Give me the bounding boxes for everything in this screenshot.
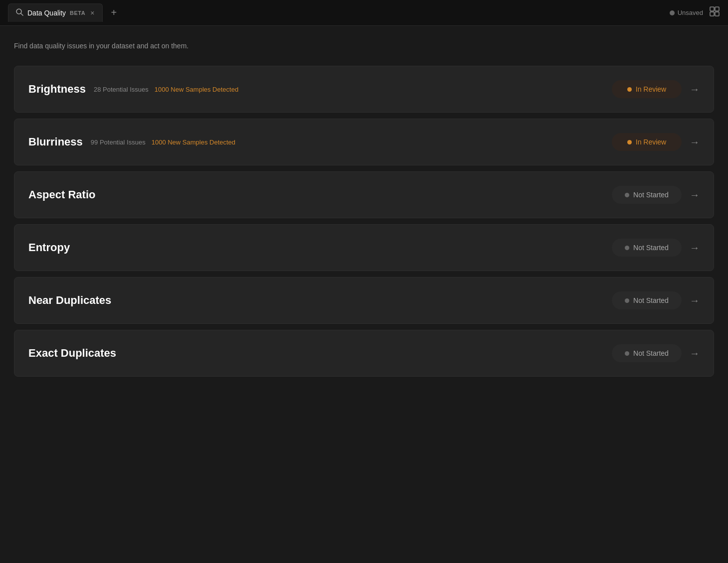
unsaved-label: Unsaved (678, 9, 703, 16)
tab-bar-left: Data Quality BETA × + (8, 3, 121, 22)
item-right-brightness: In Review → (612, 80, 700, 98)
tab-bar-right: Unsaved (670, 6, 720, 19)
status-badge-brightness: In Review (612, 80, 682, 98)
svg-rect-5 (715, 12, 719, 16)
item-left-brightness: Brightness 28 Potential Issues 1000 New … (28, 83, 612, 96)
quality-item-blurriness[interactable]: Blurriness 99 Potential Issues 1000 New … (14, 119, 714, 165)
item-left-blurriness: Blurriness 99 Potential Issues 1000 New … (28, 136, 612, 148)
status-label-near-duplicates: Not Started (633, 296, 669, 304)
item-title-brightness: Brightness (28, 83, 86, 96)
layout-toggle-icon[interactable] (709, 6, 720, 19)
arrow-icon-brightness[interactable]: → (690, 84, 700, 95)
status-badge-aspect-ratio: Not Started (612, 186, 682, 204)
item-issues-blurriness: 99 Potential Issues (91, 139, 146, 146)
page-subtitle: Find data quality issues in your dataset… (14, 42, 714, 50)
status-label-brightness: In Review (636, 85, 666, 93)
item-left-exact-duplicates: Exact Duplicates (28, 347, 612, 360)
quality-items-list: Brightness 28 Potential Issues 1000 New … (14, 66, 714, 377)
quality-item-aspect-ratio[interactable]: Aspect Ratio Not Started → (14, 171, 714, 218)
status-dot-aspect-ratio (625, 193, 629, 197)
item-issues-brightness: 28 Potential Issues (94, 86, 149, 93)
arrow-icon-blurriness[interactable]: → (690, 137, 700, 148)
item-left-near-duplicates: Near Duplicates (28, 294, 612, 307)
quality-item-exact-duplicates[interactable]: Exact Duplicates Not Started → (14, 330, 714, 377)
svg-rect-3 (715, 7, 719, 11)
item-title-entropy: Entropy (28, 241, 70, 254)
main-content: Find data quality issues in your dataset… (0, 26, 728, 393)
item-title-blurriness: Blurriness (28, 136, 83, 148)
status-label-exact-duplicates: Not Started (633, 349, 669, 357)
item-right-entropy: Not Started → (612, 239, 700, 257)
quality-item-brightness[interactable]: Brightness 28 Potential Issues 1000 New … (14, 66, 714, 113)
unsaved-indicator: Unsaved (670, 9, 703, 16)
svg-rect-2 (710, 7, 714, 11)
status-badge-entropy: Not Started (612, 239, 682, 257)
arrow-icon-exact-duplicates[interactable]: → (690, 348, 700, 359)
quality-item-entropy[interactable]: Entropy Not Started → (14, 224, 714, 271)
item-left-entropy: Entropy (28, 241, 612, 254)
arrow-icon-entropy[interactable]: → (690, 242, 700, 254)
item-right-aspect-ratio: Not Started → (612, 186, 700, 204)
status-label-entropy: Not Started (633, 244, 669, 252)
arrow-icon-near-duplicates[interactable]: → (690, 295, 700, 306)
item-right-blurriness: In Review → (612, 133, 700, 151)
item-meta-brightness: 28 Potential Issues 1000 New Samples Det… (94, 86, 238, 93)
item-right-near-duplicates: Not Started → (612, 291, 700, 309)
status-label-blurriness: In Review (636, 138, 666, 146)
tab-close-button[interactable]: × (89, 8, 95, 18)
status-dot-entropy (625, 246, 629, 250)
unsaved-dot (670, 10, 675, 15)
item-title-exact-duplicates: Exact Duplicates (28, 347, 116, 360)
tab-title: Data Quality (27, 9, 66, 17)
status-label-aspect-ratio: Not Started (633, 191, 669, 199)
status-badge-near-duplicates: Not Started (612, 291, 682, 309)
status-badge-blurriness: In Review (612, 133, 682, 151)
data-quality-tab[interactable]: Data Quality BETA × (8, 3, 103, 22)
item-right-exact-duplicates: Not Started → (612, 344, 700, 362)
tab-icon (15, 8, 23, 18)
item-title-near-duplicates: Near Duplicates (28, 294, 111, 307)
status-dot-blurriness (627, 140, 632, 144)
status-dot-brightness (627, 87, 632, 92)
tab-bar: Data Quality BETA × + Unsaved (0, 0, 728, 26)
quality-item-near-duplicates[interactable]: Near Duplicates Not Started → (14, 277, 714, 324)
item-samples-blurriness: 1000 New Samples Detected (152, 139, 235, 146)
item-title-aspect-ratio: Aspect Ratio (28, 188, 95, 201)
svg-rect-4 (710, 12, 714, 16)
arrow-icon-aspect-ratio[interactable]: → (690, 189, 700, 201)
status-dot-exact-duplicates (625, 351, 629, 356)
item-left-aspect-ratio: Aspect Ratio (28, 188, 612, 201)
item-meta-blurriness: 99 Potential Issues 1000 New Samples Det… (91, 139, 235, 146)
tab-add-button[interactable]: + (107, 5, 121, 20)
item-samples-brightness: 1000 New Samples Detected (155, 86, 238, 93)
tab-beta-label: BETA (70, 10, 85, 16)
status-dot-near-duplicates (625, 298, 629, 303)
svg-line-1 (21, 13, 23, 15)
status-badge-exact-duplicates: Not Started (612, 344, 682, 362)
